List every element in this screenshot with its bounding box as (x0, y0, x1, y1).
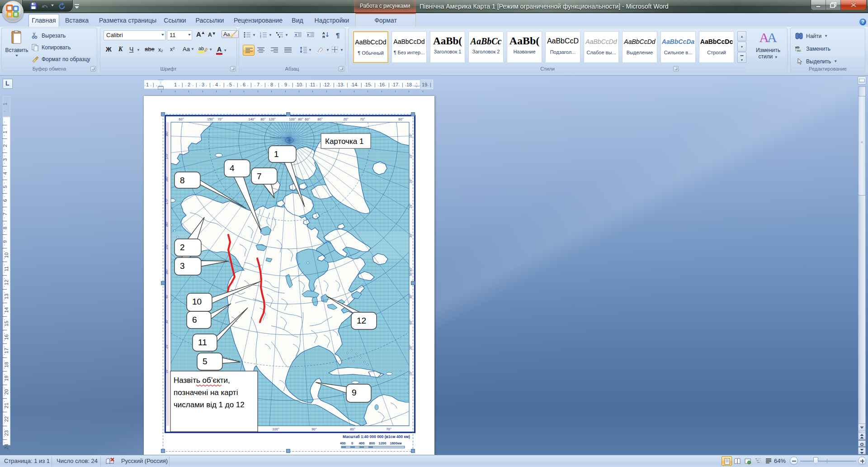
svg-text:80°: 80° (298, 117, 303, 121)
svg-text:числами від 1 до 12: числами від 1 до 12 (174, 400, 245, 409)
svg-text:60°: 60° (398, 117, 403, 121)
svg-text:7: 7 (257, 172, 262, 181)
svg-text:2: 2 (180, 243, 185, 252)
svg-text:Масштаб 1:40 000 000 (в1см 4: Масштаб 1:40 000 000 (в1см 400 км) (343, 434, 410, 439)
svg-text:170°: 170° (165, 198, 168, 205)
svg-text:3: 3 (180, 261, 185, 271)
svg-text:30°: 30° (409, 294, 412, 299)
svg-text:10°: 10° (409, 179, 412, 183)
svg-text:80°: 80° (350, 427, 355, 431)
svg-text:Назвіть об’єкти,: Назвіть об’єкти, (174, 376, 230, 385)
svg-text:Северный полюс: Северный полюс (270, 136, 290, 139)
svg-text:позначені на карті: позначені на карті (174, 388, 238, 397)
svg-text:90°: 90° (311, 427, 316, 431)
svg-text:Карточка 1: Карточка 1 (325, 137, 363, 146)
svg-text:80°: 80° (260, 117, 265, 121)
svg-text:100°: 100° (289, 117, 296, 121)
svg-text:60°: 60° (179, 117, 184, 121)
svg-text:20°: 20° (165, 344, 168, 348)
svg-text:Я: Я (322, 35, 325, 38)
svg-text:1: 1 (274, 149, 279, 159)
svg-text:10°: 10° (165, 369, 168, 373)
svg-text:70°: 70° (386, 427, 391, 431)
svg-text:140°: 140° (248, 117, 255, 121)
svg-text:10°: 10° (409, 371, 412, 376)
svg-text:160°: 160° (165, 221, 168, 227)
svg-text:30°: 30° (165, 319, 168, 324)
svg-text:3: 3 (260, 36, 261, 38)
svg-text:100°: 100° (272, 427, 279, 431)
svg-text:70°: 70° (360, 117, 365, 121)
svg-text:11: 11 (198, 338, 207, 347)
svg-text:160°: 160° (165, 130, 168, 137)
svg-text:10°: 10° (409, 133, 412, 138)
svg-text:6: 6 (192, 315, 197, 324)
svg-text:50°40°: 50°40° (409, 267, 412, 276)
svg-text:60°: 60° (305, 117, 310, 121)
svg-text:10: 10 (192, 297, 202, 306)
svg-text:60°: 60° (409, 320, 412, 324)
svg-text:20°: 20° (409, 345, 412, 350)
svg-text:9: 9 (352, 388, 357, 397)
svg-text:20°: 20° (343, 117, 348, 121)
svg-text:12: 12 (357, 316, 366, 325)
svg-text:150°: 150° (165, 243, 168, 250)
svg-text:70°: 70° (217, 117, 222, 121)
svg-text:160°: 160° (165, 268, 168, 275)
svg-text:4: 4 (230, 163, 235, 173)
svg-text:180°: 180° (165, 176, 168, 182)
svg-text:170°: 170° (165, 153, 168, 159)
svg-text:20°: 20° (409, 204, 412, 208)
svg-text:30°: 30° (409, 233, 412, 238)
svg-text:400 0 400 800: 400 0 400 800 1200 1600км (340, 441, 402, 445)
svg-text:10°: 10° (409, 154, 412, 158)
svg-text:8: 8 (180, 176, 185, 185)
svg-text:80°: 80° (317, 117, 322, 121)
svg-text:120°: 120° (269, 117, 276, 121)
svg-text:150°: 150° (207, 117, 214, 121)
svg-text:ac: ac (797, 48, 801, 52)
svg-text:5: 5 (203, 357, 208, 366)
svg-text:40°: 40° (165, 294, 168, 299)
